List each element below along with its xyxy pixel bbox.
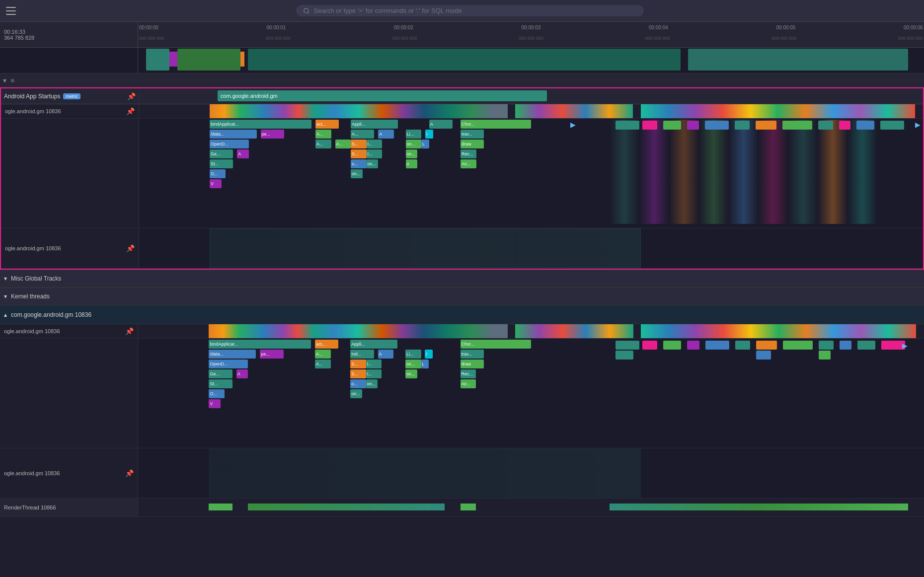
flame-bind[interactable]: bindApplicat... xyxy=(210,120,311,129)
flame-a4[interactable]: A xyxy=(378,130,394,139)
cg-flame-o1[interactable]: o... xyxy=(350,379,366,388)
flame-rec[interactable]: Rec... xyxy=(461,149,476,158)
rf-12[interactable] xyxy=(880,121,904,130)
cg-flame-act[interactable]: act... xyxy=(315,340,338,349)
rf-1[interactable] xyxy=(616,121,639,130)
pin-cg2[interactable]: 📌 xyxy=(125,469,134,477)
pin-cg1[interactable]: 📌 xyxy=(125,327,134,335)
flame-s1-2[interactable]: S... xyxy=(351,149,367,158)
flame-st[interactable]: St... xyxy=(210,159,233,168)
cg-flame-trav[interactable]: trav... xyxy=(461,350,484,359)
flame-data[interactable]: /data... xyxy=(210,130,257,139)
cg-flame-an[interactable]: An... xyxy=(461,379,476,388)
pin-1[interactable]: 📌 xyxy=(126,107,135,115)
cg-flame-data[interactable]: /data... xyxy=(209,350,256,359)
flame-i1[interactable]: I xyxy=(425,130,433,139)
search-input[interactable] xyxy=(314,7,637,14)
rf-9[interactable] xyxy=(818,121,833,130)
cg-flame-on3[interactable]: on... xyxy=(366,379,378,388)
flame-s1[interactable]: S... xyxy=(351,140,367,148)
cg-flame-rec[interactable]: Rec... xyxy=(461,369,476,378)
cg-rf-d1[interactable] xyxy=(616,351,633,360)
cg-flame-a3-2[interactable]: A... xyxy=(315,360,331,368)
rf-10[interactable] xyxy=(839,121,851,130)
flame-act[interactable]: act... xyxy=(315,120,339,129)
flame-on4[interactable]: on... xyxy=(351,169,363,178)
rf-7[interactable] xyxy=(756,121,776,130)
flame-o3[interactable]: o xyxy=(406,159,418,168)
cg-flame-bind[interactable]: bindApplicat... xyxy=(209,340,311,349)
cg-rf-9[interactable] xyxy=(819,341,834,350)
cg-flame-opend[interactable]: OpenD... xyxy=(209,360,248,368)
rf-5[interactable] xyxy=(705,121,729,130)
flame-l1[interactable]: L xyxy=(421,140,429,148)
pin-2[interactable]: 📌 xyxy=(126,244,135,252)
cg-rf-6[interactable] xyxy=(735,341,750,350)
cg-flame-a2[interactable]: A... xyxy=(315,350,331,359)
cg-flame-l1[interactable]: L xyxy=(421,360,429,368)
com-google-bar[interactable]: com.google.android.gm xyxy=(218,90,547,101)
flame-ge[interactable]: Ge... xyxy=(210,149,233,158)
flame-on2[interactable]: on... xyxy=(406,149,418,158)
cg-rf-7[interactable] xyxy=(756,341,777,350)
rf-11[interactable] xyxy=(856,121,874,130)
flame-opend[interactable]: OpenD... xyxy=(210,140,249,148)
cg-rf-2[interactable] xyxy=(642,341,657,350)
pin-icon-android[interactable]: 📌 xyxy=(127,92,136,100)
cg-rf-10[interactable] xyxy=(840,341,851,350)
cg-flame-on4[interactable]: on... xyxy=(350,389,362,398)
cg-rf-d2[interactable] xyxy=(756,351,771,360)
flame-a2-2[interactable]: A... xyxy=(315,140,331,148)
scroll-container[interactable]: Android App Startups metric 📌 com.google… xyxy=(0,87,924,577)
cg-flame-o2[interactable]: O... xyxy=(209,389,225,398)
flame-chor[interactable]: Chor... xyxy=(461,120,531,129)
android-section-header[interactable]: Android App Startups metric 📌 com.google… xyxy=(1,88,923,104)
rf-2[interactable] xyxy=(642,121,657,130)
cg-flame-pe[interactable]: pe... xyxy=(260,350,283,359)
cg-rf-11[interactable] xyxy=(857,341,875,350)
flame-a4-2[interactable]: A xyxy=(237,149,249,158)
rf-3[interactable] xyxy=(663,121,681,130)
cg-flame-s1[interactable]: S... xyxy=(350,360,366,368)
flame-pe[interactable]: pe... xyxy=(261,130,284,139)
flame-appli[interactable]: Appli... xyxy=(351,120,398,129)
cg-flame-appli[interactable]: Appli... xyxy=(350,340,397,349)
rf-8[interactable] xyxy=(782,121,812,130)
cg-flame-st[interactable]: St... xyxy=(209,379,232,388)
flame-o1[interactable]: o... xyxy=(351,159,367,168)
misc-global-section[interactable]: ▾ Misc Global Tracks xyxy=(0,270,924,288)
flame-chart-canvas[interactable]: bindApplicat... act... Appli... A Chor..… xyxy=(139,119,923,228)
rf-6[interactable] xyxy=(735,121,750,130)
collapse-icon[interactable]: ▾ xyxy=(3,76,6,84)
flame-i2[interactable]: I... xyxy=(367,140,383,148)
flame-chart-canvas-cg[interactable]: bindApplicat... act... Appli... Chor... … xyxy=(138,339,924,448)
cg-flame-ge[interactable]: Ge... xyxy=(209,369,232,378)
cg-rf-1[interactable] xyxy=(616,341,639,350)
menu-button[interactable] xyxy=(6,7,16,15)
kernel-threads-section[interactable]: ▾ Kernel threads xyxy=(0,288,924,305)
flame-on3[interactable]: on... xyxy=(367,159,379,168)
cg-flame-i2[interactable]: I... xyxy=(366,360,382,368)
cg-flame-s1-2[interactable]: S... xyxy=(350,369,366,378)
cg-rf-4[interactable] xyxy=(687,341,699,350)
cg-flame-i2-2[interactable]: I... xyxy=(366,369,382,378)
flame-o2[interactable]: O... xyxy=(210,169,226,178)
flame-a3[interactable]: A... xyxy=(351,130,374,139)
flame-i2-2[interactable]: I... xyxy=(367,149,383,158)
menu-lines-icon[interactable]: ≡ xyxy=(10,76,14,84)
cg-flame-a4[interactable]: A xyxy=(378,350,394,359)
cg-flame-chor[interactable]: Chor... xyxy=(461,340,531,349)
cg-rf-3[interactable] xyxy=(663,341,681,350)
cg-flame-v[interactable]: V xyxy=(209,399,221,408)
cg-rf-5[interactable] xyxy=(705,341,729,350)
cg-rf-d3[interactable] xyxy=(819,351,831,360)
cg-rf-8[interactable] xyxy=(783,341,813,350)
cg-rf-12[interactable] xyxy=(881,341,905,350)
flame-v[interactable]: V xyxy=(210,179,222,188)
cg-flame-on1[interactable]: on... xyxy=(405,360,421,368)
rf-4[interactable] xyxy=(687,121,699,130)
cg-flame-li[interactable]: Li... xyxy=(405,350,421,359)
search-bar[interactable] xyxy=(296,5,644,16)
flame-an[interactable]: An... xyxy=(461,159,476,168)
flame-a1[interactable]: A xyxy=(429,120,453,129)
